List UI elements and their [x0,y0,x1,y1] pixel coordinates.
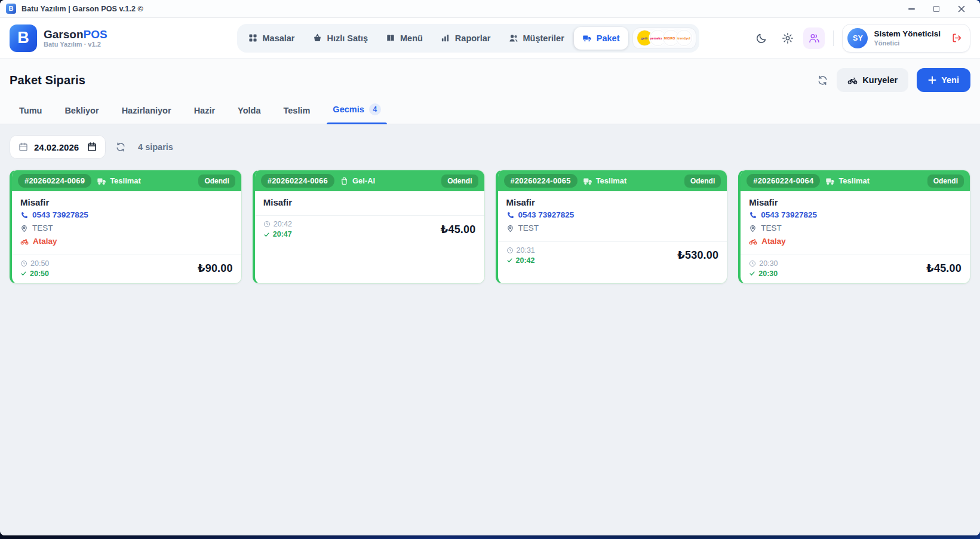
tab-hazirlaniyor[interactable]: Hazirlaniyor [121,106,173,124]
order-total: ₺530.00 [677,249,718,262]
courier-name: Atalay [20,237,233,247]
grid-icon [248,33,257,43]
order-card[interactable]: #20260224-0066 Gel-Al Odendi Misafir 20:… [253,170,485,284]
staff-button[interactable] [803,27,825,49]
truck-icon [97,176,106,186]
minimize-icon [908,8,915,10]
check-icon [749,270,755,277]
close-icon [958,5,965,13]
status-badge: Odendi [927,174,964,188]
time-placed: 20:42 [263,220,292,228]
order-card-header: #20260224-0069 Teslimat Odendi [12,170,241,191]
order-total: ₺45.00 [926,262,961,275]
maximize-button[interactable] [924,1,949,17]
order-card[interactable]: #20260224-0069 Teslimat Odendi Misafir 0… [10,170,242,284]
tab-teslim[interactable]: Teslim [282,106,312,124]
order-total: ₺90.00 [198,262,233,275]
date-value: 24.02.2026 [34,142,79,152]
refresh-icon [115,142,126,152]
minimize-button[interactable] [899,1,924,17]
platform-badge-trendyol[interactable]: trendyol [676,30,692,46]
bicycle-icon [20,237,29,246]
order-count: 4 siparis [138,142,173,152]
bicycle-icon [847,75,858,85]
users-icon [808,32,820,44]
time-completed: 20:47 [263,230,292,238]
location-pin-icon [20,225,28,232]
kuryeler-button[interactable]: Kuryeler [837,68,908,92]
tab-yolda[interactable]: Yolda [236,106,262,124]
delivery-address: TEST [749,223,961,234]
nav-item-paket[interactable]: Paket [574,27,628,50]
truck-icon [582,33,592,43]
tab-tumu[interactable]: Tumu [18,106,43,124]
logout-button[interactable] [951,32,963,44]
status-badge: Odendi [684,174,721,188]
plus-icon [928,76,936,84]
page-header: Paket Siparis Kuryeler Yeni [0,59,980,99]
order-total: ₺45.00 [441,223,476,236]
settings-button[interactable] [777,27,798,49]
order-card-footer: 20:31 20:42 ₺530.00 [498,241,727,270]
app-window: B Batu Yazılım | Garson POS v.1.2 © B Ga… [0,0,980,535]
order-card-footer: 20:50 20:50 ₺90.00 [12,255,241,283]
bicycle-icon [749,237,757,246]
divider [833,30,834,46]
order-type: Teslimat [825,176,870,186]
refresh-list-button[interactable] [115,142,126,152]
maximize-icon [933,6,939,12]
check-icon [506,257,513,264]
content: 24.02.2026 4 siparis #20260224-0069 Tesl… [0,124,980,535]
app-icon: B [6,4,16,14]
order-number: #20260224-0064 [746,174,820,188]
order-card[interactable]: #20260224-0065 Teslimat Odendi Misafir 0… [496,170,728,284]
order-number: #20260224-0069 [18,174,91,188]
customer-name: Misafir [20,197,233,207]
time-completed: 20:30 [749,270,778,278]
customer-name: Misafir [263,197,476,207]
order-card-header: #20260224-0064 Teslimat Odendi [741,170,970,191]
dark-mode-button[interactable] [751,27,772,49]
refresh-icon [817,75,828,86]
user-role: Yönetici [874,39,941,47]
customer-phone[interactable]: 0543 73927825 [749,210,961,220]
status-badge: Odendi [198,174,235,188]
orders-grid: #20260224-0069 Teslimat Odendi Misafir 0… [10,170,970,284]
tab-bekliyor[interactable]: Bekliyor [63,106,100,124]
nav-item-masalar[interactable]: Masalar [239,27,303,50]
date-picker[interactable]: 24.02.2026 [10,135,106,159]
time-placed: 20:50 [20,259,49,268]
status-tabs: Tumu Bekliyor Hazirlaniyor Hazir Yolda T… [0,99,980,124]
nav-item-h-zl-sat[interactable]: Hızlı Satış [305,27,377,50]
new-order-button[interactable]: Yeni [917,68,970,92]
delivery-address: TEST [20,223,233,234]
nav-item-raporlar[interactable]: Raporlar [432,27,499,50]
order-card[interactable]: #20260224-0064 Teslimat Odendi Misafir 0… [738,170,970,284]
book-icon [386,33,395,43]
date-picker-indicator-icon[interactable] [87,142,97,152]
order-number: #20260224-0065 [504,174,577,188]
tab-hazir[interactable]: Hazir [193,106,216,124]
phone-icon [506,212,514,219]
customer-name: Misafir [749,197,961,207]
customer-phone[interactable]: 0543 73927825 [506,210,719,220]
tab-gecmis[interactable]: Gecmis 4 [331,103,382,124]
customer-name: Misafir [506,197,719,207]
titlebar: B Batu Yazılım | Garson POS v.1.2 © [0,0,980,18]
basket-icon [313,33,322,43]
check-icon [20,270,27,277]
users-icon [509,33,518,43]
brand-logo: B [10,24,37,52]
logout-icon [951,32,963,44]
clock-icon [749,260,756,267]
close-button[interactable] [949,1,974,17]
truck-icon [825,176,835,186]
customer-phone[interactable]: 0543 73927825 [20,210,233,220]
nav-item-men[interactable]: Menü [377,27,431,50]
app-header: B GarsonPOS Batu Yazılım · v1.2 Masalar … [0,18,980,59]
delivery-address: TEST [506,223,719,234]
refresh-orders-button[interactable] [817,75,828,86]
user-menu[interactable]: SY Sistem Yöneticisi Yönetici [842,24,970,53]
nav-item-m-teriler[interactable]: Müşteriler [500,27,573,50]
time-placed: 20:31 [506,246,535,255]
